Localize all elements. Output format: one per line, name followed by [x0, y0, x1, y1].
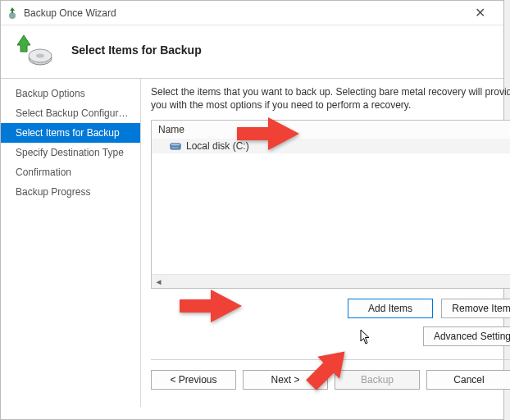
sidebar-item-select-items-for-backup[interactable]: Select Items for Backup — [1, 123, 140, 143]
instruction-text: Select the items that you want to back u… — [151, 85, 510, 112]
svg-point-6 — [178, 148, 180, 149]
sidebar-item-label: Specify Destination Type — [16, 147, 124, 158]
previous-button[interactable]: < Previous — [151, 370, 236, 390]
close-icon: ✕ — [475, 5, 485, 21]
sidebar-item-label: Backup Progress — [16, 186, 90, 198]
sidebar-item-label: Backup Options — [16, 88, 85, 99]
backup-button: Backup — [335, 370, 420, 390]
remove-items-button[interactable]: Remove Items — [441, 299, 510, 318]
horizontal-scrollbar[interactable]: ◄ ► — [152, 274, 510, 288]
sidebar-item-backup-options[interactable]: Backup Options — [1, 84, 140, 103]
sidebar-item-label: Confirmation — [16, 167, 71, 178]
wizard-header: Select Items for Backup — [1, 25, 503, 79]
cancel-button[interactable]: Cancel — [426, 370, 510, 390]
svg-rect-5 — [171, 144, 180, 146]
sidebar-item-confirmation[interactable]: Confirmation — [1, 162, 140, 182]
wizard-navigation: < Previous Next > Backup Cancel — [151, 359, 510, 390]
list-item[interactable]: Local disk (C:) — [152, 139, 510, 153]
window-title: Backup Once Wizard — [24, 7, 462, 19]
page-title: Select Items for Backup — [71, 43, 202, 57]
scroll-left-arrow-icon[interactable]: ◄ — [152, 275, 166, 288]
sidebar-item-specify-destination-type[interactable]: Specify Destination Type — [1, 143, 140, 162]
item-buttons-row: Add Items Remove Items — [151, 299, 510, 318]
wizard-steps-sidebar: Backup Options Select Backup Configurat.… — [1, 79, 141, 407]
list-column-header-name[interactable]: Name — [152, 121, 510, 139]
app-icon — [6, 7, 19, 20]
wizard-body: Backup Options Select Backup Configurat.… — [1, 79, 503, 407]
backup-icon — [16, 34, 55, 66]
svg-point-0 — [9, 12, 16, 19]
svg-point-3 — [36, 54, 44, 58]
close-button[interactable]: ✕ — [462, 1, 499, 25]
list-item-label: Local disk (C:) — [186, 140, 249, 152]
advanced-settings-button[interactable]: Advanced Settings — [423, 326, 510, 346]
list-body: Local disk (C:) — [152, 139, 510, 274]
items-listbox[interactable]: Name Local disk (C:) ◄ — [151, 120, 510, 289]
sidebar-item-label: Select Items for Backup — [16, 127, 120, 139]
titlebar: Backup Once Wizard ✕ — [1, 1, 503, 25]
wizard-main: Select the items that you want to back u… — [141, 79, 510, 407]
sidebar-item-label: Select Backup Configurat... — [16, 107, 134, 119]
wizard-window: Backup Once Wizard ✕ Select Items for Ba… — [0, 0, 504, 420]
scroll-track[interactable] — [166, 275, 510, 288]
drive-icon — [170, 141, 181, 151]
sidebar-item-select-backup-configuration[interactable]: Select Backup Configurat... — [1, 103, 140, 123]
advanced-row: Advanced Settings — [151, 326, 510, 346]
sidebar-item-backup-progress[interactable]: Backup Progress — [1, 182, 140, 202]
next-button[interactable]: Next > — [243, 370, 328, 390]
add-items-button[interactable]: Add Items — [348, 299, 433, 318]
